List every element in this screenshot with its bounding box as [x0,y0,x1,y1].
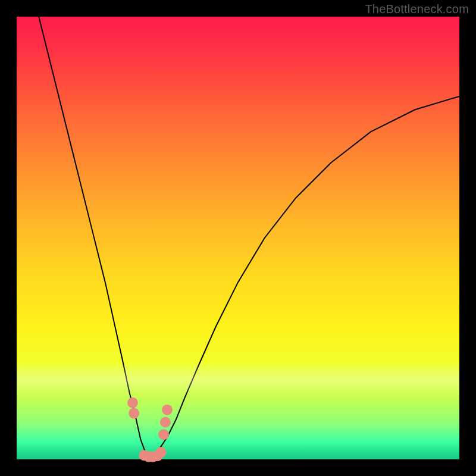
valley-marker [162,405,173,415]
valley-marker [160,417,171,428]
plot-area [17,17,459,459]
plot-svg [17,17,459,459]
valley-marker [129,408,139,419]
bottleneck-curve [39,17,459,457]
valley-marker [127,397,138,408]
valley-marker [158,429,169,440]
valley-marker [156,447,167,458]
watermark-text: TheBottleneck.com [365,2,469,16]
chart-frame: TheBottleneck.com [0,0,476,476]
valley-markers [127,397,173,462]
